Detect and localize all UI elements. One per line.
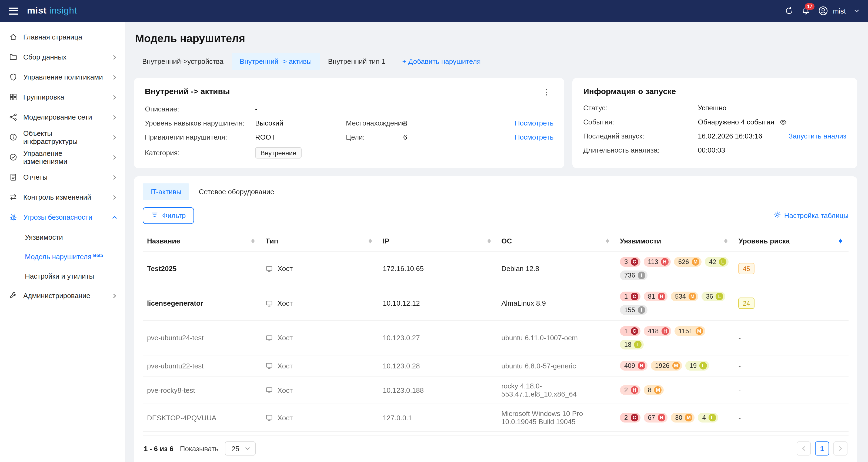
sidebar-item[interactable]: Отчеты	[0, 167, 125, 187]
severity-L-icon: L	[700, 362, 707, 370]
column-header[interactable]: Уязвимости	[616, 231, 734, 251]
cell-ip: 10.123.0.27	[378, 320, 497, 355]
table-row[interactable]: pve-ubuntu24-testХост10.123.0.27ubuntu 6…	[143, 320, 848, 355]
run-analysis-link[interactable]: Запустить анализ	[788, 132, 846, 140]
sidebar-item-label: Администрирование	[23, 292, 90, 300]
brand-logo: mist insight	[27, 5, 77, 16]
view-targets-link[interactable]: Посмотреть	[515, 133, 553, 141]
hamburger-menu-icon[interactable]	[9, 7, 19, 15]
cell-name: Test2025	[143, 251, 261, 286]
bell-icon[interactable]: 17	[802, 6, 810, 15]
table-row[interactable]: licensegeneratorХост10.10.12.12AlmaLinux…	[143, 286, 848, 320]
duration-value: 00:00:03	[698, 146, 846, 154]
intruder-tab[interactable]: Внутренний тип 1	[320, 53, 394, 70]
privileges-label: Привилегии нарушителя:	[145, 133, 255, 141]
column-header[interactable]: Название	[143, 231, 261, 251]
intruder-tab[interactable]: Внутренний -> активы	[231, 53, 320, 70]
location-value: 3	[403, 119, 515, 127]
sort-icon[interactable]	[839, 238, 844, 244]
risk-empty: -	[739, 386, 741, 394]
sort-icon[interactable]	[606, 238, 611, 244]
table-settings-link[interactable]: Настройка таблицы	[773, 211, 848, 220]
sidebar-item[interactable]: Группировка	[0, 87, 125, 107]
sort-icon[interactable]	[252, 238, 257, 244]
table-row[interactable]: pve-rocky8-testХост10.123.0.188rocky 4.1…	[143, 376, 848, 404]
cell-vulns: 3C113H626M42L736i	[616, 251, 734, 286]
vuln-count: 736	[624, 271, 635, 279]
cell-type: Хост	[261, 286, 379, 320]
sidebar-subitem[interactable]: Уязвимости	[0, 227, 125, 247]
sort-icon[interactable]	[724, 238, 730, 244]
assets-table-head-row: НазваниеТипIPОСУязвимостиУровень риска	[143, 231, 848, 251]
cell-vulns: 1C418H1151M18L	[616, 320, 734, 355]
chevron-right-icon	[112, 195, 117, 200]
description-value: -	[255, 105, 553, 113]
next-page-button[interactable]	[833, 441, 847, 456]
sidebar-subitem[interactable]: Модель нарушителяBeta	[0, 247, 125, 266]
risk-empty: -	[739, 362, 741, 370]
cell-name: pve-ubuntu22-test	[143, 355, 261, 376]
page-number-button[interactable]: 1	[815, 441, 829, 456]
view-locations-link[interactable]: Посмотреть	[515, 119, 553, 127]
sidebar-subitem[interactable]: Настройки и утилиты	[0, 266, 125, 286]
status-label: Статус:	[583, 104, 698, 112]
privileges-value: ROOT	[255, 133, 346, 141]
column-header[interactable]: ОС	[497, 231, 616, 251]
eye-icon[interactable]	[779, 118, 787, 126]
vuln-count: 534	[675, 293, 686, 300]
sidebar-item[interactable]: Управление политиками	[0, 67, 125, 87]
page-size-select[interactable]: 25	[225, 441, 256, 456]
prev-page-button[interactable]	[797, 441, 811, 456]
vuln-count: 30	[675, 414, 682, 422]
vuln-count: 1	[624, 327, 628, 335]
intruder-tab[interactable]: Внутренний->устройства	[134, 53, 231, 70]
cell-risk: -	[734, 376, 848, 404]
cell-risk: -	[734, 320, 848, 355]
severity-M-icon: M	[695, 327, 703, 335]
column-header[interactable]: IP	[378, 231, 497, 251]
sidebar-item[interactable]: Моделирование сети	[0, 107, 125, 127]
severity-M-icon: M	[672, 362, 680, 370]
vuln-count: 1926	[655, 362, 670, 370]
sync-icon[interactable]	[785, 6, 794, 15]
filter-button-label: Фильтр	[162, 211, 186, 220]
sort-icon[interactable]	[369, 238, 374, 244]
severity-H-icon: H	[658, 414, 665, 422]
vuln-badge-M: 1926M	[651, 361, 682, 371]
severity-M-icon: M	[692, 258, 700, 266]
sidebar-item-label: Управление политиками	[23, 73, 103, 81]
asset-tab[interactable]: Сетевое оборудование	[191, 183, 282, 200]
filter-button[interactable]: Фильтр	[143, 207, 194, 224]
vuln-count: 19	[689, 362, 697, 370]
vuln-badge-i: 155i	[620, 305, 648, 315]
vuln-count: 409	[624, 362, 635, 370]
vuln-count: 4	[702, 414, 706, 422]
table-row[interactable]: DESKTOP-4PQVUUAХост127.0.0.1Microsoft Wi…	[143, 404, 848, 431]
sidebar-item[interactable]: Сбор данных	[0, 47, 125, 67]
table-row[interactable]: pve-ubuntu22-testХост10.123.0.28ubuntu 6…	[143, 355, 848, 376]
events-value: Обнаружено 4 события	[698, 118, 774, 126]
shield-icon	[9, 73, 17, 81]
sidebar-item[interactable]: Главная страница	[0, 27, 125, 47]
vuln-badge-M: 626M	[674, 257, 702, 267]
chevron-down-icon[interactable]	[854, 8, 859, 13]
table-row[interactable]: Test2025Хост172.16.10.65Debian 12.83C113…	[143, 251, 848, 286]
asset-tab[interactable]: IT-активы	[143, 183, 189, 200]
sidebar-item[interactable]: Объекты инфраструктуры	[0, 127, 125, 147]
folder-icon	[9, 53, 17, 61]
kebab-menu-icon[interactable]: ⋮	[540, 87, 553, 97]
user-avatar-icon[interactable]	[818, 6, 828, 16]
sidebar-item[interactable]: Контроль изменений	[0, 187, 125, 207]
add-intruder-button[interactable]: + Добавить нарушителя	[402, 57, 480, 65]
last-run-label: Последний запуск:	[583, 132, 698, 140]
sidebar-item[interactable]: Управление изменениями	[0, 147, 125, 167]
sidebar-item-label: Управление изменениями	[23, 149, 106, 165]
filter-icon	[151, 211, 158, 220]
vuln-count: 1	[624, 293, 628, 300]
sort-icon[interactable]	[487, 238, 493, 244]
column-header[interactable]: Уровень риска	[734, 231, 848, 251]
sidebar-item[interactable]: Угрозы безопасности	[0, 207, 125, 227]
column-header[interactable]: Тип	[261, 231, 379, 251]
cell-name: pve-ubuntu24-test	[143, 320, 261, 355]
sidebar-item[interactable]: Администрирование	[0, 286, 125, 306]
